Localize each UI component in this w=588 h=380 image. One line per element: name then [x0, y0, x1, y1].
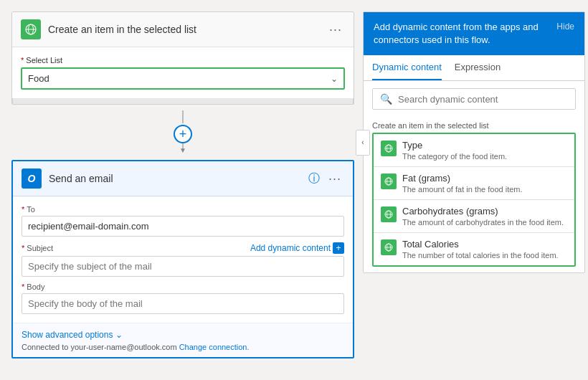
to-input[interactable]	[22, 216, 344, 237]
right-panel-header-text: Add dynamic content from the apps and co…	[374, 21, 549, 47]
dynamic-item-content: Carbohydrates (grams) The amount of carb…	[402, 206, 567, 227]
send-email-card: O Send an email ⓘ ··· * To * Subject Add…	[11, 160, 354, 358]
dynamic-item-content: Fat (grams) The amount of fat in the foo…	[402, 173, 567, 194]
body-label: * Body	[22, 282, 344, 291]
arrow-down-icon: ▼	[179, 146, 186, 154]
email-card-footer: Show advanced options ⌄ Connected to you…	[13, 323, 353, 357]
hide-button[interactable]: Hide	[556, 21, 574, 33]
collapse-panel-button[interactable]: ‹	[356, 130, 370, 156]
dynamic-item-content: Total Calories The number of total calor…	[402, 239, 567, 260]
dynamic-items-list: Type The category of the food item. Fat …	[372, 133, 576, 267]
add-dynamic-content-button[interactable]: Add dynamic content +	[250, 242, 344, 254]
dynamic-item-icon	[381, 206, 397, 222]
subject-label: * Subject	[22, 244, 53, 252]
subject-row: * Subject Add dynamic content +	[22, 242, 344, 254]
email-card-body: * To * Subject Add dynamic content + * B…	[13, 196, 353, 323]
right-panel-header: Add dynamic content from the apps and co…	[364, 12, 584, 55]
dynamic-item[interactable]: Fat (grams) The amount of fat in the foo…	[374, 167, 574, 200]
dynamic-item[interactable]: Type The category of the food item.	[374, 134, 574, 167]
dynamic-content-panel: Add dynamic content from the apps and co…	[363, 11, 585, 273]
info-icon[interactable]: ⓘ	[308, 171, 320, 186]
dynamic-item-icon	[381, 239, 397, 255]
plus-box-icon: +	[333, 242, 344, 254]
select-list-label: * Select List	[21, 56, 345, 65]
to-field-group: * To	[22, 205, 344, 237]
connector-area: + ▼	[11, 105, 354, 160]
dynamic-item-desc: The category of the food item.	[402, 152, 567, 161]
dynamic-item-desc: The amount of carbohydrates in the food …	[402, 218, 567, 227]
subject-input[interactable]	[22, 256, 344, 277]
dynamic-item-title: Carbohydrates (grams)	[402, 206, 567, 217]
globe-small-icon	[384, 210, 393, 219]
dynamic-item-content: Type The category of the food item.	[402, 140, 567, 161]
create-item-menu-button[interactable]: ···	[326, 22, 345, 37]
body-input[interactable]	[22, 293, 344, 314]
create-item-body: * Select List Food ⌄	[12, 47, 354, 98]
connector-line-top	[182, 110, 184, 123]
globe-small-icon	[384, 144, 393, 153]
create-item-title: Create an item in the selected list	[48, 24, 326, 35]
search-icon: 🔍	[380, 93, 392, 105]
add-step-button[interactable]: +	[174, 125, 192, 143]
search-input[interactable]	[398, 94, 568, 105]
connection-info: Connected to your-user-name@outlook.com …	[22, 343, 344, 351]
show-advanced-button[interactable]: Show advanced options ⌄	[22, 330, 123, 340]
globe-small-icon	[384, 243, 393, 252]
dynamic-item-icon	[381, 174, 397, 189]
send-email-title: Send an email	[49, 173, 308, 184]
send-email-header: O Send an email ⓘ ···	[13, 161, 353, 196]
tab-expression[interactable]: Expression	[455, 55, 501, 80]
dynamic-item[interactable]: Carbohydrates (grams) The amount of carb…	[374, 200, 574, 233]
search-box: 🔍	[372, 88, 576, 110]
subject-field-group: * Subject Add dynamic content +	[22, 242, 344, 277]
dynamic-item-title: Type	[402, 140, 567, 151]
create-item-card: Create an item in the selected list ··· …	[11, 11, 354, 105]
dynamic-item[interactable]: Total Calories The number of total calor…	[374, 233, 574, 265]
create-item-icon	[21, 19, 41, 39]
dynamic-item-desc: The amount of fat in the food item.	[402, 185, 567, 194]
email-menu-button[interactable]: ···	[326, 171, 344, 186]
email-card-actions: ⓘ ···	[308, 171, 344, 186]
dynamic-item-title: Fat (grams)	[402, 173, 567, 184]
right-wrapper: ‹ Add dynamic content from the apps and …	[363, 11, 585, 273]
dynamic-item-desc: The number of total calories in the food…	[402, 251, 567, 260]
outlook-icon: O	[22, 168, 42, 189]
to-label: * To	[22, 205, 344, 214]
create-item-card-header: Create an item in the selected list ···	[12, 12, 354, 47]
body-field-group: * Body	[22, 282, 344, 314]
globe-icon	[25, 24, 37, 35]
chevron-down-small-icon: ⌄	[115, 330, 123, 340]
dynamic-item-title: Total Calories	[402, 239, 567, 250]
select-list-dropdown[interactable]: Food	[21, 67, 345, 90]
section-title: Create an item in the selected list	[364, 117, 584, 133]
tab-dynamic-content[interactable]: Dynamic content	[372, 55, 442, 80]
globe-small-icon	[384, 177, 393, 186]
card-divider	[12, 98, 354, 104]
dynamic-item-icon	[381, 141, 397, 156]
select-list-wrapper: Food ⌄	[21, 67, 345, 90]
right-panel-tabs: Dynamic content Expression	[364, 55, 584, 81]
change-connection-link[interactable]: Change connection.	[179, 343, 250, 351]
